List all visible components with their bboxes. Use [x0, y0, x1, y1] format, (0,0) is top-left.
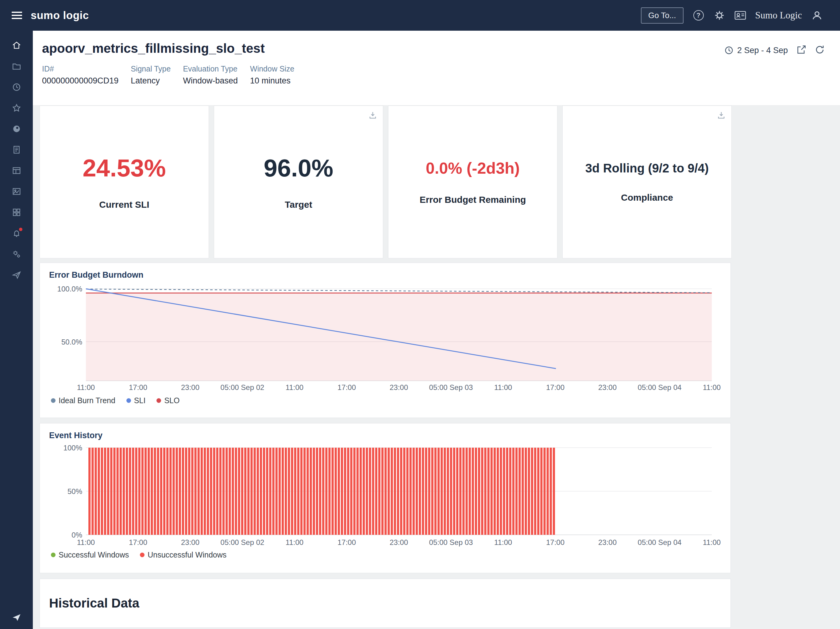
- svg-text:17:00: 17:00: [546, 383, 565, 392]
- page-title: apoorv_metrics_fillmissing_slo_test: [42, 41, 840, 56]
- time-range-picker[interactable]: 2 Sep - 4 Sep: [724, 46, 788, 55]
- summary-cards: 24.53% Current SLI 96.0% Target 0.0% (-2…: [33, 106, 840, 258]
- event-history-chart: 100%50%0%11:0017:0023:0005:00 Sep 0211:0…: [49, 443, 731, 550]
- gear-icon[interactable]: [714, 9, 725, 21]
- svg-text:23:00: 23:00: [390, 383, 408, 392]
- svg-text:100.0%: 100.0%: [57, 285, 82, 293]
- clock-icon: [724, 46, 734, 55]
- svg-text:17:00: 17:00: [546, 538, 565, 547]
- svg-text:05:00 Sep 02: 05:00 Sep 02: [221, 383, 264, 392]
- open-in-dashboard-icon[interactable]: [796, 45, 806, 56]
- current-sli-value: 24.53%: [82, 154, 166, 182]
- svg-text:23:00: 23:00: [598, 538, 617, 547]
- svg-text:17:00: 17:00: [338, 538, 356, 547]
- download-icon[interactable]: [717, 111, 726, 121]
- main-content: apoorv_metrics_fillmissing_slo_test 2 Se…: [33, 31, 840, 629]
- refresh-icon[interactable]: [815, 45, 825, 56]
- legend-item[interactable]: SLO: [156, 396, 180, 405]
- svg-text:17:00: 17:00: [338, 383, 356, 392]
- folder-icon[interactable]: [0, 56, 33, 77]
- legend-dot-icon: [156, 398, 161, 403]
- send-icon[interactable]: [0, 612, 33, 622]
- legend-label: Successful Windows: [58, 550, 129, 559]
- card-error-budget: 0.0% (-2d3h) Error Budget Remaining: [388, 106, 557, 258]
- svg-text:23:00: 23:00: [181, 383, 199, 392]
- error-budget-label: Error Budget Remaining: [420, 194, 526, 205]
- legend-dot-icon: [51, 398, 55, 403]
- favorites-star-icon[interactable]: [0, 98, 33, 119]
- legend-dot-icon: [51, 553, 55, 557]
- svg-text:11:00: 11:00: [286, 538, 303, 547]
- legend-label: Ideal Burn Trend: [58, 396, 115, 405]
- recent-icon[interactable]: [0, 77, 33, 98]
- slo-meta: ID# 000000000009CD19 Signal Type Latency…: [42, 65, 840, 85]
- historical-data-panel: Historical Data: [39, 579, 731, 628]
- account-name[interactable]: Sumo Logic: [755, 10, 802, 21]
- metrics-icon[interactable]: [0, 181, 33, 202]
- burndown-legend: Ideal Burn TrendSLISLO: [49, 396, 731, 405]
- svg-text:11:00: 11:00: [703, 538, 721, 547]
- legend-item[interactable]: Ideal Burn Trend: [51, 396, 115, 405]
- meta-window-size: Window Size 10 minutes: [250, 65, 295, 85]
- app-catalog-icon[interactable]: [0, 202, 33, 223]
- event-history-title: Event History: [49, 431, 731, 443]
- settings-gears-icon[interactable]: [0, 243, 33, 264]
- account-card-icon[interactable]: [734, 9, 746, 21]
- event-history-legend: Successful WindowsUnsuccessful Windows: [49, 550, 731, 559]
- meta-evaluation-type: Evaluation Type Window-based: [183, 65, 238, 85]
- explore-icon[interactable]: [0, 119, 33, 139]
- card-current-sli: 24.53% Current SLI: [39, 106, 209, 258]
- historical-data-title: Historical Data: [49, 596, 139, 611]
- compliance-value: 3d Rolling (9/2 to 9/4): [585, 161, 709, 175]
- svg-text:23:00: 23:00: [390, 538, 408, 547]
- svg-text:23:00: 23:00: [598, 383, 617, 392]
- svg-text:11:00: 11:00: [77, 538, 95, 547]
- current-sli-label: Current SLI: [99, 199, 149, 210]
- legend-label: SLI: [134, 396, 146, 405]
- error-budget-burndown-panel: Error Budget Burndown 100.0%50.0%11:0017…: [39, 262, 731, 418]
- svg-text:0%: 0%: [71, 531, 82, 539]
- svg-text:05:00 Sep 02: 05:00 Sep 02: [221, 538, 264, 547]
- go-to-button[interactable]: Go To...: [641, 7, 684, 24]
- user-icon[interactable]: [811, 9, 823, 21]
- svg-text:11:00: 11:00: [703, 383, 721, 392]
- meta-signal-type: Signal Type Latency: [131, 65, 171, 85]
- dashboards-icon[interactable]: [0, 160, 33, 181]
- svg-text:11:00: 11:00: [494, 383, 512, 392]
- legend-item[interactable]: Unsuccessful Windows: [140, 550, 226, 559]
- home-icon[interactable]: [0, 35, 33, 56]
- card-target: 96.0% Target: [214, 106, 383, 258]
- legend-label: Unsuccessful Windows: [148, 550, 226, 559]
- svg-text:11:00: 11:00: [494, 538, 512, 547]
- card-compliance: 3d Rolling (9/2 to 9/4) Compliance: [562, 106, 732, 258]
- burndown-title: Error Budget Burndown: [49, 270, 731, 283]
- legend-item[interactable]: SLI: [126, 396, 146, 405]
- menu-icon[interactable]: [12, 10, 22, 21]
- svg-text:05:00 Sep 03: 05:00 Sep 03: [429, 383, 473, 392]
- error-budget-value: 0.0% (-2d3h): [426, 159, 520, 177]
- alert-badge: [19, 228, 22, 231]
- svg-text:17:00: 17:00: [129, 383, 147, 392]
- legend-label: SLO: [164, 396, 180, 405]
- alerts-bell-icon[interactable]: [0, 223, 33, 243]
- meta-id: ID# 000000000009CD19: [42, 65, 118, 85]
- svg-text:50.0%: 50.0%: [62, 338, 82, 346]
- target-value: 96.0%: [264, 154, 333, 182]
- svg-text:05:00 Sep 04: 05:00 Sep 04: [638, 538, 682, 547]
- sidebar: [0, 31, 33, 629]
- svg-text:05:00 Sep 04: 05:00 Sep 04: [638, 383, 682, 392]
- collection-plane-icon[interactable]: [0, 264, 33, 285]
- svg-text:05:00 Sep 03: 05:00 Sep 03: [429, 538, 473, 547]
- svg-text:11:00: 11:00: [77, 383, 95, 392]
- legend-dot-icon: [140, 553, 145, 557]
- event-history-panel: Event History 100%50%0%11:0017:0023:0005…: [39, 423, 731, 573]
- svg-text:23:00: 23:00: [181, 538, 199, 547]
- legend-item[interactable]: Successful Windows: [51, 550, 129, 559]
- download-icon[interactable]: [368, 111, 377, 121]
- svg-text:100%: 100%: [63, 444, 82, 452]
- target-label: Target: [285, 199, 312, 210]
- brand-logo: sumo logic: [31, 9, 89, 22]
- burndown-chart: 100.0%50.0%11:0017:0023:0005:00 Sep 0211…: [49, 283, 731, 395]
- log-search-icon[interactable]: [0, 139, 33, 160]
- help-icon[interactable]: ?: [693, 9, 704, 21]
